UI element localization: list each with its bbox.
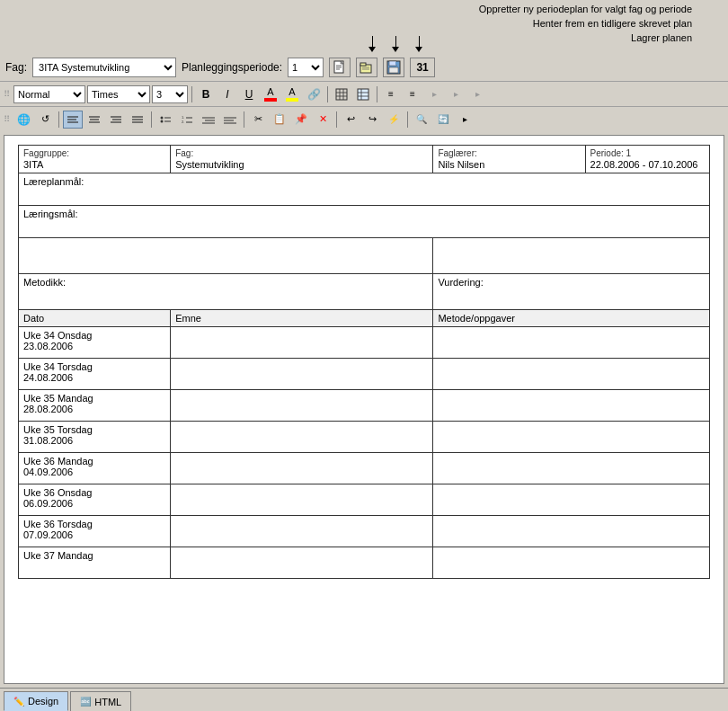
copy-btn[interactable]: 📋 <box>270 111 289 129</box>
row4-metode <box>433 453 710 484</box>
svg-text:2.: 2. <box>182 120 184 124</box>
empty-cell-right <box>433 238 710 274</box>
vurdering-label: Vurdering: <box>438 277 705 288</box>
list-btn[interactable] <box>155 111 175 129</box>
numlist-btn[interactable]: 1.2. <box>177 111 197 129</box>
underline-button[interactable]: U <box>239 85 259 103</box>
fag-select[interactable]: 3ITA Systemutvikling <box>32 58 176 77</box>
indent-btn[interactable] <box>199 111 218 129</box>
table-row: Uke 35 Torsdag 31.08.2006 <box>19 422 710 453</box>
separator1 <box>191 86 192 102</box>
tooltip-line1: Oppretter ny periodeplan for valgt fag o… <box>479 2 692 16</box>
extra-end-btn[interactable]: ▸ <box>455 111 475 129</box>
table2-button[interactable] <box>353 85 373 103</box>
font-select[interactable]: Times <box>87 85 150 103</box>
justify-btn[interactable] <box>128 111 147 129</box>
align-center-btn[interactable] <box>84 111 104 129</box>
lareplanmal-label: Læreplanmål: <box>23 176 705 187</box>
table-row: Uke 34 Onsdag 23.08.2006 <box>19 327 710 359</box>
row2-dato: Uke 35 Mandag 28.08.2006 <box>19 390 171 422</box>
periode-cell: Periode: 1 22.08.2006 - 07.10.2006 <box>585 146 709 173</box>
italic-button[interactable]: I <box>218 85 237 103</box>
row4-emne <box>171 453 433 484</box>
col-header-row: Dato Emne Metode/oppgaver <box>19 310 710 327</box>
extra-btn2[interactable]: ≡ <box>403 85 422 103</box>
svg-point-36 <box>161 120 164 122</box>
save-plan-button[interactable] <box>383 58 404 77</box>
calendar-button[interactable]: 31 <box>410 58 435 77</box>
periode-label: Planleggingsperiode: <box>182 61 282 74</box>
extra-btn3[interactable]: ▸ <box>424 85 444 103</box>
metode-header: Metode/oppgaver <box>433 310 710 327</box>
align-right-btn[interactable] <box>106 111 126 129</box>
replace-btn[interactable]: 🔄 <box>433 111 453 129</box>
open-plan-button[interactable] <box>356 58 377 77</box>
dato-header: Dato <box>19 310 171 327</box>
refresh-icon[interactable]: ↺ <box>35 111 55 129</box>
row0-dato: Uke 34 Onsdag 23.08.2006 <box>19 327 171 359</box>
undo-btn[interactable]: ↩ <box>341 111 360 129</box>
fag-cell: Fag: Systemutvikling <box>171 146 433 173</box>
row0-metode <box>433 327 710 359</box>
web-icon[interactable]: 🌐 <box>13 111 33 129</box>
row1-metode <box>433 359 710 390</box>
editor-inner: Faggruppe: 3ITA Fag: Systemutvikling Fag… <box>4 136 724 683</box>
dato-label: Dato <box>23 313 44 324</box>
bold-button[interactable]: B <box>196 85 216 103</box>
extra-btn4[interactable]: ▸ <box>446 85 466 103</box>
cut-btn[interactable]: ✂ <box>248 111 268 129</box>
find-btn[interactable]: 🔍 <box>412 111 431 129</box>
toolbar-row1: Fag: 3ITA Systemutvikling Planleggingspe… <box>0 54 728 81</box>
periode-select[interactable]: 1 <box>288 58 324 77</box>
row7-dato: Uke 37 Mandag <box>19 547 171 579</box>
fag-label: Fag: <box>5 61 27 74</box>
laringsmal-cell: Læringsmål: <box>19 206 710 238</box>
highlight-button[interactable]: A <box>282 85 302 103</box>
toolbar-row3: ⠿ 🌐 ↺ 1.2. ✂ 📋 📌 <box>0 106 728 131</box>
row7-emne <box>171 547 433 579</box>
laringsmal-row: Læringsmål: <box>19 206 710 238</box>
tab-html[interactable]: 🔤 HTML <box>70 691 131 711</box>
empty-cell-left <box>19 238 433 274</box>
svg-rect-13 <box>336 89 347 100</box>
svg-rect-6 <box>360 63 366 66</box>
faglarer-value: Nils Nilsen <box>438 159 580 170</box>
table-row: Uke 35 Mandag 28.08.2006 <box>19 390 710 422</box>
separator3 <box>377 86 377 102</box>
new-plan-button[interactable] <box>329 58 351 77</box>
table-row: Uke 34 Torsdag 24.08.2006 <box>19 359 710 390</box>
main-window: Oppretter ny periodeplan for valgt fag o… <box>0 0 728 711</box>
faggruppe-value: 3ITA <box>23 159 165 170</box>
table-button[interactable] <box>332 85 351 103</box>
grip-icon2: ⠿ <box>4 114 10 124</box>
row5-metode <box>433 484 710 516</box>
paste-btn[interactable]: 📌 <box>291 111 311 129</box>
row5-dato: Uke 36 Onsdag 06.09.2006 <box>19 484 171 516</box>
faglarer-label: Faglærer: <box>438 148 580 158</box>
svg-rect-10 <box>389 61 396 66</box>
extra-btn1[interactable]: ≡ <box>381 85 401 103</box>
align-left-btn[interactable] <box>63 111 83 129</box>
html-icon: 🔤 <box>80 697 91 707</box>
redo-btn[interactable]: ↪ <box>362 111 382 129</box>
separator4 <box>58 111 59 128</box>
header-row: Faggruppe: 3ITA Fag: Systemutvikling Fag… <box>19 146 710 173</box>
link-button[interactable]: 🔗 <box>304 85 324 103</box>
faggruppe-label: Faggruppe: <box>23 148 165 158</box>
delete-btn[interactable]: ✕ <box>313 111 333 129</box>
table-row: Uke 37 Mandag <box>19 547 710 579</box>
size-select[interactable]: 3 <box>152 85 188 103</box>
extra-btn5[interactable]: ▸ <box>467 85 487 103</box>
row3-emne <box>171 422 433 453</box>
tooltip-line3: Lagrer planen <box>479 31 692 45</box>
metodikk-cell: Metodikk: <box>19 274 433 310</box>
svg-point-34 <box>161 116 164 119</box>
table-row: Uke 36 Torsdag 07.09.2006 <box>19 516 710 547</box>
special-btn[interactable]: ⚡ <box>384 111 404 129</box>
content-area: Faggruppe: 3ITA Fag: Systemutvikling Fag… <box>0 131 728 688</box>
tab-design[interactable]: ✏️ Design <box>4 691 68 711</box>
style-select[interactable]: Normal <box>13 85 85 103</box>
font-color-button[interactable]: A <box>261 85 280 103</box>
outdent-btn[interactable] <box>220 111 240 129</box>
editor-container[interactable]: Faggruppe: 3ITA Fag: Systemutvikling Fag… <box>4 135 724 684</box>
